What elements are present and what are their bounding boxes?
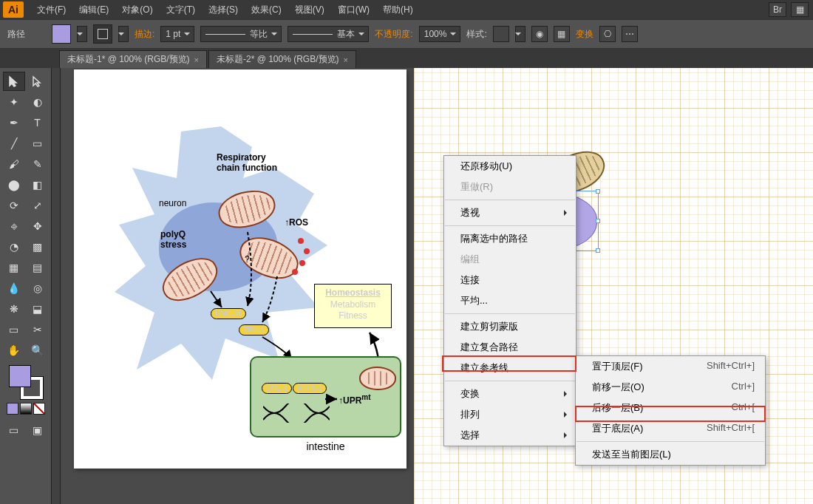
dve1-pill: DVE-1 <box>262 383 292 394</box>
align-icon[interactable]: ▦ <box>554 26 570 42</box>
hand-tool[interactable]: ✋ <box>3 341 25 360</box>
ctx-isolate-path[interactable]: 隔离选中的路径 <box>444 228 576 249</box>
menu-edit[interactable]: 编辑(E) <box>73 1 115 19</box>
width-tool[interactable]: ⎆ <box>3 217 25 236</box>
more-icon[interactable]: ⋯ <box>622 26 638 42</box>
fill-color-swatch[interactable] <box>9 365 31 387</box>
type-tool[interactable]: T <box>27 113 49 132</box>
free-transform-tool[interactable]: ✥ <box>27 217 49 236</box>
bridge-icon[interactable]: Br <box>769 2 786 17</box>
submenu-shortcut: Shift+Ctrl+] <box>707 360 755 373</box>
transform-label[interactable]: 变换 <box>576 28 593 41</box>
brush-dropdown[interactable]: 基本 <box>288 26 369 42</box>
submenu-shortcut: Ctrl+[ <box>732 401 755 415</box>
submenu-send-back[interactable]: 置于底层(A) Shift+Ctrl+[ <box>576 418 765 439</box>
fill-dropdown[interactable] <box>77 26 87 42</box>
ctx-arrange[interactable]: 排列 <box>444 404 576 425</box>
ctx-select[interactable]: 选择 <box>444 425 576 446</box>
menu-help[interactable]: 帮助(H) <box>377 1 419 19</box>
pen-tool[interactable]: ✒ <box>3 113 25 132</box>
artboard-tool[interactable]: ▭ <box>3 320 25 339</box>
graph-tool[interactable]: ⬓ <box>27 299 49 319</box>
ctx-average[interactable]: 平均... <box>444 290 576 311</box>
menu-window[interactable]: 窗口(W) <box>332 1 375 19</box>
color-mode-gradient[interactable] <box>20 403 32 415</box>
rectangle-tool[interactable]: ▭ <box>27 134 49 153</box>
ctx-make-compound[interactable]: 建立复合路径 <box>444 337 576 358</box>
rotate-tool[interactable]: ⟳ <box>3 196 25 215</box>
ctx-make-guides[interactable]: 建立参考线 <box>444 358 576 378</box>
q1-label: ? <box>245 254 250 265</box>
app-logo: Ai <box>3 1 24 18</box>
menu-object[interactable]: 对象(O) <box>116 1 158 19</box>
submenu-bring-front[interactable]: 置于顶层(F) Shift+Ctrl+] <box>576 356 765 377</box>
symbol-sprayer-tool[interactable]: ❋ <box>3 299 25 319</box>
homeostasis-line2: Fitness <box>318 310 388 322</box>
color-well[interactable] <box>9 365 43 399</box>
paintbrush-tool[interactable]: 🖌 <box>3 154 25 174</box>
toolbox: ✦ ◐ ✒ T ╱ ▭ 🖌 ✎ ⬤ ◧ ⟳ ⤢ ⎆ ✥ ◔ ▩ <box>0 68 52 504</box>
opacity-dropdown[interactable]: 100% <box>419 26 461 42</box>
layout-icon[interactable]: ▦ <box>791 2 809 17</box>
close-icon[interactable]: × <box>344 55 348 64</box>
line-tool[interactable]: ╱ <box>3 134 25 153</box>
menu-file[interactable]: 文件(F) <box>31 1 72 19</box>
document-tab-2[interactable]: 未标题-2* @ 100% (RGB/预览) × <box>208 50 356 68</box>
eraser-tool[interactable]: ◧ <box>27 175 49 194</box>
selection-tool[interactable] <box>3 72 25 91</box>
ctx-group: 编组 <box>444 249 576 270</box>
ctx-transform[interactable]: 变换 <box>444 384 576 404</box>
homeostasis-box: Homeostasis Metabolism Fitness <box>314 284 392 328</box>
mitochondrion-icon <box>359 367 396 390</box>
menu-bar: Ai 文件(F) 编辑(E) 对象(O) 文字(T) 选择(S) 效果(C) 视… <box>0 0 813 19</box>
style-swatch[interactable] <box>493 26 509 42</box>
neuron-label: neuron <box>159 198 186 208</box>
submenu-label: 置于底层(A) <box>592 422 643 435</box>
submenu-send-backward[interactable]: 后移一层(B) Ctrl+[ <box>576 398 765 418</box>
stroke-swatch[interactable] <box>93 24 112 44</box>
lasso-tool[interactable]: ◐ <box>27 92 49 112</box>
eyedropper-tool[interactable]: 💧 <box>3 279 25 298</box>
ctx-undo-move[interactable]: 还原移动(U) <box>444 156 576 177</box>
resize-handle[interactable] <box>596 248 600 253</box>
submenu-shortcut: Shift+Ctrl+[ <box>707 422 755 435</box>
stroke-profile-dropdown[interactable]: 等比 <box>200 26 282 42</box>
isolate-icon[interactable]: ⎔ <box>599 26 616 42</box>
menu-select[interactable]: 选择(S) <box>203 1 244 19</box>
fill-swatch[interactable] <box>52 24 71 44</box>
recolor-icon[interactable]: ◉ <box>531 26 548 42</box>
gradient-tool[interactable]: ▤ <box>27 258 49 277</box>
scale-tool[interactable]: ⤢ <box>27 196 49 215</box>
magic-wand-tool[interactable]: ✦ <box>3 92 25 112</box>
submenu-bring-forward[interactable]: 前移一层(O) Ctrl+] <box>576 377 765 398</box>
color-mode-none[interactable] <box>33 403 45 415</box>
mesh-tool[interactable]: ▦ <box>3 258 25 277</box>
resize-handle[interactable] <box>596 219 600 223</box>
close-icon[interactable]: × <box>194 55 199 64</box>
slice-tool[interactable]: ✂ <box>27 320 49 339</box>
style-dropdown[interactable] <box>515 26 525 42</box>
perspective-grid-tool[interactable]: ▩ <box>27 237 49 256</box>
screen-mode-full[interactable]: ▣ <box>27 420 49 440</box>
zoom-tool[interactable]: 🔍 <box>27 341 49 360</box>
blend-tool[interactable]: ◎ <box>27 279 49 298</box>
menu-type[interactable]: 文字(T) <box>160 1 201 19</box>
upr-label: ↑UPRmt <box>339 393 371 406</box>
ctx-join[interactable]: 连接 <box>444 270 576 290</box>
stroke-dropdown[interactable] <box>118 26 129 42</box>
unc31-pill: UNC-31 <box>211 308 246 319</box>
direct-selection-tool[interactable] <box>27 72 49 91</box>
pencil-tool[interactable]: ✎ <box>27 154 49 174</box>
stroke-weight-dropdown[interactable]: 1 pt <box>160 26 194 42</box>
ctx-make-clip[interactable]: 建立剪切蒙版 <box>444 316 576 337</box>
color-mode-solid[interactable] <box>7 403 18 415</box>
screen-mode-normal[interactable]: ▭ <box>3 420 25 440</box>
homeostasis-title: Homeostasis <box>318 287 388 299</box>
ctx-perspective[interactable]: 透视 <box>444 202 576 223</box>
blob-brush-tool[interactable]: ⬤ <box>3 175 25 194</box>
shape-builder-tool[interactable]: ◔ <box>3 237 25 256</box>
menu-effect[interactable]: 效果(C) <box>245 1 288 19</box>
menu-view[interactable]: 视图(V) <box>289 1 330 19</box>
resize-handle[interactable] <box>596 189 600 194</box>
document-tab-1[interactable]: 未标题-1* @ 100% (RGB/预览) × <box>59 50 207 68</box>
